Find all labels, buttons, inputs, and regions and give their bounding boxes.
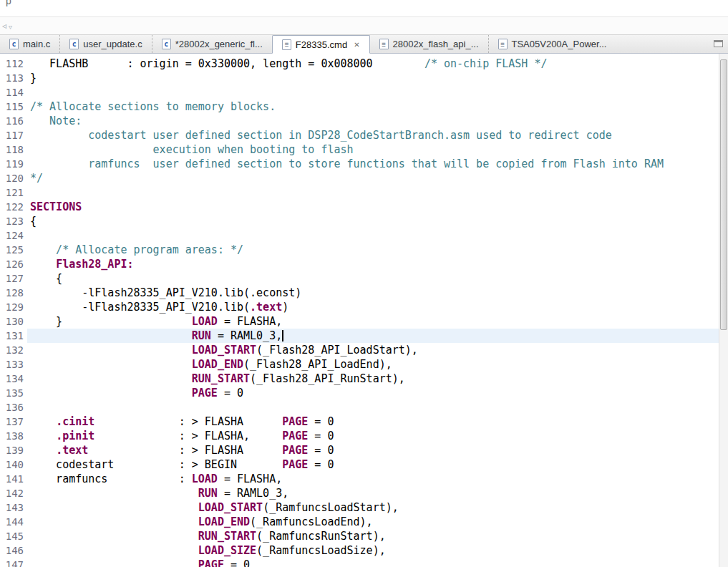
code-line-113[interactable]: 113} (0, 71, 719, 85)
tab-tsa05v200a-power[interactable]: ≡TSA05V200A_Power... (488, 35, 616, 53)
code-line-text: /* Allocate sections to memory blocks. (27, 100, 719, 114)
code-line-122[interactable]: 122SECTIONS (0, 200, 719, 214)
line-number: 113 (0, 71, 27, 85)
code-line-146[interactable]: 146 LOAD_SIZE(_RamfuncsLoadSize), (0, 543, 719, 558)
clipped-toolbar-icon: p (6, 0, 11, 6)
code-line-118[interactable]: 118 execution when booting to flash (0, 142, 719, 157)
tab-label: TSA05V200A_Power... (512, 39, 607, 49)
tab-main-c[interactable]: cmain.c (0, 35, 59, 53)
code-line-147[interactable]: 147 PAGE = 0 (0, 558, 719, 567)
line-number: 123 (0, 214, 27, 228)
code-line-139[interactable]: 139 .text : > FLASHA PAGE = 0 (0, 443, 719, 457)
cmd-file-icon: ≡ (282, 39, 291, 50)
line-number: 142 (0, 486, 27, 500)
line-number: 121 (0, 185, 27, 200)
code-line-128[interactable]: 128 -lFlash28335_API_V210.lib(.econst) (0, 286, 719, 300)
line-number: 129 (0, 300, 27, 314)
tab-user-update-c[interactable]: cuser_update.c (59, 35, 151, 53)
code-line-121[interactable]: 121 (0, 185, 719, 200)
code-line-114[interactable]: 114 (0, 85, 719, 100)
line-number: 125 (0, 243, 27, 257)
code-line-127[interactable]: 127 { (0, 271, 719, 286)
code-line-144[interactable]: 144 LOAD_END(_RamfuncsLoadEnd), (0, 515, 719, 529)
code-line-136[interactable]: 136 (0, 400, 719, 415)
code-line-134[interactable]: 134 RUN_START(_Flash28_API_RunStart), (0, 372, 719, 386)
code-line-141[interactable]: 141 ramfuncs : LOAD = FLASHA, (0, 472, 719, 486)
code-line-138[interactable]: 138 .pinit : > FLASHA, PAGE = 0 (0, 429, 719, 443)
line-number: 140 (0, 457, 27, 472)
code-line-text: RUN_START(_RamfuncsRunStart), (27, 529, 719, 543)
code-line-119[interactable]: 119 ramfuncs user defined section to sto… (0, 157, 719, 171)
code-line-123[interactable]: 123{ (0, 214, 719, 228)
code-line-text (27, 185, 719, 200)
code-line-132[interactable]: 132 LOAD_START(_Flash28_API_LoadStart), (0, 343, 719, 357)
code-line-131[interactable]: 131 RUN = RAML0_3, (0, 329, 719, 343)
line-number: 131 (0, 329, 27, 343)
code-line-text: RUN_START(_Flash28_API_RunStart), (27, 372, 719, 386)
code-line-text: -lFlash28335_API_V210.lib(.text) (27, 300, 719, 314)
line-number: 119 (0, 157, 27, 171)
cmd-file-icon: ≡ (379, 39, 389, 49)
code-line-text: */ (27, 171, 719, 185)
code-line-137[interactable]: 137 .cinit : > FLASHA PAGE = 0 (0, 415, 719, 429)
code-line-129[interactable]: 129 -lFlash28335_API_V210.lib(.text) (0, 300, 719, 314)
code-line-116[interactable]: 116 Note: (0, 114, 719, 128)
code-line-text: codestart : > BEGIN PAGE = 0 (27, 457, 719, 472)
maximize-view-icon[interactable] (714, 40, 723, 47)
c-source-file-icon: c (69, 39, 79, 49)
code-line-126[interactable]: 126 Flash28_API: (0, 257, 719, 271)
code-line-text: LOAD_START(_RamfuncsLoadStart), (27, 500, 719, 515)
tab-28002x-flash-api[interactable]: ≡28002x_flash_api_... (370, 35, 488, 53)
line-number: 118 (0, 142, 27, 157)
code-line-117[interactable]: 117 codestart user defined section in DS… (0, 128, 719, 142)
dropdown-icon[interactable]: ▿ (9, 24, 12, 31)
c-source-file-icon: c (162, 39, 171, 49)
secondary-toolbar: ◃ ▿ (0, 17, 728, 34)
line-number: 135 (0, 386, 27, 400)
code-line-text: RUN = RAML0_3, (27, 329, 719, 343)
tab-label: F28335.cmd (296, 39, 347, 50)
vertical-scrollbar-thumb[interactable] (720, 59, 727, 330)
code-line-140[interactable]: 140 codestart : > BEGIN PAGE = 0 (0, 457, 719, 472)
line-number: 127 (0, 271, 27, 286)
code-line-120[interactable]: 120*/ (0, 171, 719, 185)
code-editor[interactable]: 112 FLASHB : origin = 0x330000, length =… (0, 54, 728, 567)
tab-28002x-generic-fl[interactable]: c*28002x_generic_fl... (152, 35, 272, 53)
code-area[interactable]: 112 FLASHB : origin = 0x330000, length =… (0, 54, 719, 567)
tabs-container: cmain.ccuser_update.cc*28002x_generic_fl… (0, 35, 616, 53)
code-line-text: { (27, 214, 719, 228)
code-line-text: .text : > FLASHA PAGE = 0 (27, 443, 719, 457)
code-line-text: codestart user defined section in DSP28_… (27, 128, 719, 142)
editor-tab-bar: cmain.ccuser_update.cc*28002x_generic_fl… (0, 34, 728, 54)
code-line-135[interactable]: 135 PAGE = 0 (0, 386, 719, 400)
code-line-142[interactable]: 142 RUN = RAML0_3, (0, 486, 719, 500)
code-line-145[interactable]: 145 RUN_START(_RamfuncsRunStart), (0, 529, 719, 543)
line-number: 120 (0, 171, 27, 185)
line-number: 122 (0, 200, 27, 214)
line-number: 112 (0, 57, 27, 71)
line-number: 133 (0, 357, 27, 372)
line-number: 116 (0, 114, 27, 128)
code-line-115[interactable]: 115/* Allocate sections to memory blocks… (0, 100, 719, 114)
code-line-143[interactable]: 143 LOAD_START(_RamfuncsLoadStart), (0, 500, 719, 515)
code-line-130[interactable]: 130 } LOAD = FLASHA, (0, 314, 719, 329)
line-number: 139 (0, 443, 27, 457)
line-number: 144 (0, 515, 27, 529)
back-nav-icon[interactable]: ◃ (2, 21, 6, 30)
code-line-text: .pinit : > FLASHA, PAGE = 0 (27, 429, 719, 443)
tab-f28335-cmd[interactable]: ≡F28335.cmd✕ (272, 35, 370, 54)
code-line-text: FLASHB : origin = 0x330000, length = 0x0… (27, 57, 719, 71)
tab-close-icon[interactable]: ✕ (354, 41, 359, 49)
line-number: 141 (0, 472, 27, 486)
code-line-text: PAGE = 0 (27, 386, 719, 400)
code-line-133[interactable]: 133 LOAD_END(_Flash28_API_LoadEnd), (0, 357, 719, 372)
code-line-text: /* Allocate program areas: */ (27, 243, 719, 257)
line-number: 136 (0, 400, 27, 415)
code-line-112[interactable]: 112 FLASHB : origin = 0x330000, length =… (0, 57, 719, 71)
code-line-124[interactable]: 124 (0, 228, 719, 243)
line-number: 138 (0, 429, 27, 443)
vertical-scrollbar[interactable] (719, 54, 728, 567)
line-number: 145 (0, 529, 27, 543)
code-line-125[interactable]: 125 /* Allocate program areas: */ (0, 243, 719, 257)
code-line-text (27, 85, 719, 100)
